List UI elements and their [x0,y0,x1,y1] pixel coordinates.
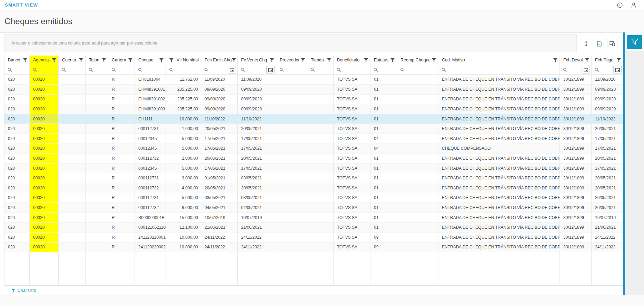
filter-input-beneficiario[interactable] [343,67,369,72]
filter-input-cod-motivo[interactable] [448,67,558,72]
cell-fch-pago: 10/07/2019 [592,213,623,223]
column-label: Cod. Motivo [442,58,465,62]
filter-input-proveedor[interactable] [286,67,306,72]
table-row[interactable]: 02000020R0001127313.000,0001/05/202103/0… [4,173,623,183]
table-row[interactable]: 02000020RCHMI8391002235.225,0009/09/2020… [4,94,623,104]
cell-cod-motivo: ENTRADA DE CHEQUE EN TRÁNSITO VÍA RECIBO… [438,223,560,233]
table-row[interactable]: 02000020R000123455.000,0017/05/202117/05… [4,163,623,173]
column-header-fch-pago[interactable]: Fch.Pago [592,56,623,65]
table-row[interactable]: 02000020R00012106211012.100,0021/06/2021… [4,223,623,233]
filter-input-agencia[interactable] [39,67,57,72]
column-header-fc-venct-chq[interactable]: Fc.Venct.Chq [238,56,276,65]
filter-funnel-icon[interactable] [102,58,106,62]
filter-funnel-icon[interactable] [617,58,621,62]
cell-fc-venct-chq: 17/05/2021 [238,144,276,154]
table-row[interactable]: 02000020R0001127315.000,0003/05/202103/0… [4,193,623,203]
calendar-icon [268,68,273,72]
filter-funnel-icon[interactable] [169,58,174,62]
filter-funnel-icon[interactable] [11,289,15,292]
column-chooser-button[interactable] [607,39,617,49]
cell-banco: 020 [4,75,30,85]
column-header-proveedor[interactable]: Proveedor [276,56,307,65]
cell-banco: 020 [4,183,30,193]
filter-panel-toggle-button[interactable] [627,35,642,49]
calendar-button[interactable] [266,66,275,73]
filter-input-cuenta[interactable] [68,67,84,72]
table-row[interactable]: 02000020RB000000001B15.000,0010/07/20191… [4,213,623,223]
filter-funnel-icon[interactable] [553,58,557,62]
filter-input-fc-venct-chq[interactable] [247,67,265,72]
brand-logo[interactable]: SMART VIEW [5,2,38,8]
table-row[interactable]: 02000020R0001127324.000,0020/05/202120/0… [4,183,623,193]
table-row[interactable]: 02000020R0001127326.000,0004/05/202104/0… [4,203,623,213]
filter-funnel-icon[interactable] [52,58,56,62]
filter-funnel-icon[interactable] [327,58,331,62]
filter-funnel-icon[interactable] [79,58,83,62]
filter-input-banco[interactable] [14,67,28,72]
column-header-talon[interactable]: Talon [86,56,108,65]
filter-input-estatus[interactable] [380,67,395,72]
table-row[interactable]: 02000020R000123455.000,0017/05/202117/05… [4,134,623,144]
table-row[interactable]: 02000020RCH819100411.762,0011/09/202011/… [4,75,623,85]
filter-input-tienda[interactable] [317,67,332,72]
table-row[interactable]: 02000020R0001127322.000,0020/05/202120/0… [4,154,623,164]
filter-funnel-icon[interactable] [432,58,436,62]
cell-reemp-cheque [397,154,438,164]
table-row[interactable]: 02000020R0001127311.000,0020/05/202120/0… [4,124,623,134]
column-header-beneficiario[interactable]: Beneficiario [334,56,370,65]
filter-funnel-icon[interactable] [301,58,305,62]
cell-cod-motivo: ENTRADA DE CHEQUE EN TRÁNSITO VÍA RECIBO… [438,233,560,243]
filter-funnel-icon[interactable] [159,58,164,62]
cell-cartera: R [108,124,135,134]
table-row[interactable]: 02000020R000123455.000,0017/05/202117/05… [4,144,623,154]
create-filter-link[interactable]: Criar filtro [18,288,36,293]
filter-input-fch-devol[interactable] [569,67,580,72]
column-header-estatus[interactable]: Estatus [370,56,397,65]
filter-funnel-icon[interactable] [585,58,589,62]
cell-fch-pago: 09/09/2020 [592,85,623,95]
column-header-reemp-cheque[interactable]: Reemp.Cheque [397,56,438,65]
calendar-button[interactable] [228,66,236,73]
table-row[interactable]: 02000020RCH111110.000,0011/10/202211/10/… [4,114,623,124]
filter-input-fch-pago[interactable] [601,67,612,72]
calendar-button[interactable] [582,66,590,73]
group-by-drop-zone[interactable]: Arrastar o cabeçalho de uma coluna para … [4,34,577,52]
filter-funnel-icon[interactable] [270,58,274,62]
column-header-fch-devol[interactable]: Fch.Devol. [560,56,592,65]
cell-fch-devol: 30/12/1899 [560,144,592,154]
user-icon[interactable] [631,2,636,8]
column-header-agencia[interactable]: Agencia [30,56,59,65]
filter-input-reemp-cheque[interactable] [406,67,437,72]
cell-fc-venct-chq: 10/07/2019 [238,213,276,223]
column-header-cartera[interactable]: Cartera [108,56,135,65]
cell-proveedor [276,233,307,243]
filter-funnel-icon[interactable] [390,58,395,62]
calendar-button[interactable] [613,66,622,73]
table-row[interactable]: 02000020RCHMI8391003235.225,0009/09/2020… [4,104,623,114]
table-row[interactable]: 02000020RCHMI8391001235.225,0009/09/2020… [4,85,623,95]
filter-funnel-icon[interactable] [128,58,132,62]
column-header-fch-emis-chq[interactable]: Fch Emis.Chq [201,56,238,65]
info-icon[interactable] [617,2,623,8]
expand-rows-button[interactable] [581,39,591,49]
column-label: Cuenta [62,58,76,62]
filter-funnel-icon[interactable] [364,58,368,62]
cell-fc-venct-chq: 09/09/2020 [238,94,276,104]
filter-input-talon[interactable] [95,67,107,72]
column-header-vlr-nominal[interactable]: Vlr.Nominal [166,56,201,65]
empty-cell [276,252,307,285]
column-header-banco[interactable]: Banco [4,56,30,65]
export-xlsx-button[interactable]: xlsx [594,39,604,49]
table-row[interactable]: 02000020R24112022000210.000,0024/11/2022… [4,242,623,252]
filter-input-vlr-nominal[interactable] [175,67,199,72]
column-header-tienda[interactable]: Tienda [307,56,334,65]
column-header-cuenta[interactable]: Cuenta [59,56,86,65]
filter-funnel-icon[interactable] [23,58,27,62]
filter-input-fch-emis-chq[interactable] [210,67,226,72]
filter-funnel-icon[interactable] [232,58,236,62]
filter-input-cartera[interactable] [118,67,133,72]
table-row[interactable]: 02000020R24112022000110.000,0024/11/2022… [4,233,623,243]
filter-input-cheque[interactable] [144,67,164,72]
column-header-cod-motivo[interactable]: Cod. Motivo [438,56,560,65]
column-header-cheque[interactable]: Cheque [135,56,166,65]
